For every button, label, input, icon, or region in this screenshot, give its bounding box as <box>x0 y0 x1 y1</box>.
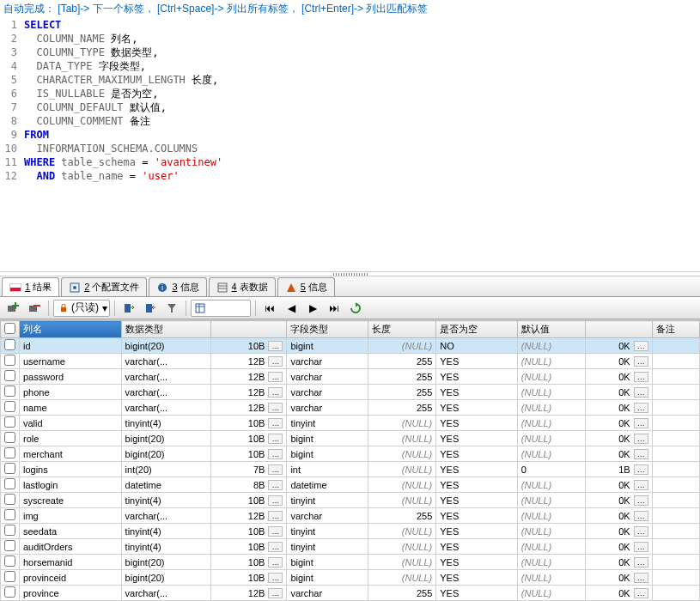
tab-1[interactable]: 1 结果 <box>2 277 59 296</box>
cell-defbtn[interactable]: 0K… <box>586 385 653 400</box>
cell-dtype[interactable]: varchar(... <box>121 369 210 385</box>
cell-note[interactable] <box>652 524 699 539</box>
cell-default[interactable]: (NULL) <box>517 354 585 369</box>
cell-ftype[interactable]: varchar <box>287 508 368 524</box>
filter-button[interactable] <box>162 300 181 317</box>
default-picker-button[interactable]: … <box>634 372 648 382</box>
cell-ftype[interactable]: int <box>287 462 368 477</box>
cell-default[interactable]: (NULL) <box>517 416 585 431</box>
size-picker-button[interactable]: … <box>268 464 283 475</box>
cell-nullable[interactable]: YES <box>436 354 518 369</box>
cell-ftype[interactable]: tinyint <box>287 539 368 555</box>
size-picker-button[interactable]: … <box>268 511 283 521</box>
cell-nullable[interactable]: YES <box>436 508 518 524</box>
cell-size[interactable]: 12B… <box>210 385 286 400</box>
cell-default[interactable]: (NULL) <box>517 338 585 354</box>
cell-size[interactable]: 8B… <box>210 477 286 493</box>
row-checkbox[interactable] <box>4 339 15 350</box>
cell-len[interactable]: (NULL) <box>368 570 435 586</box>
insert-row-button[interactable] <box>3 300 22 317</box>
col-header[interactable]: 列名 <box>20 321 122 338</box>
cell-defbtn[interactable]: 1B… <box>586 462 653 477</box>
size-picker-button[interactable]: … <box>268 387 283 398</box>
col-header[interactable]: 数据类型 <box>121 321 210 338</box>
cell-dtype[interactable]: tinyint(4) <box>121 493 210 508</box>
cell-default[interactable]: (NULL) <box>517 431 585 446</box>
cell-name[interactable]: role <box>20 431 122 446</box>
first-page-button[interactable]: ⏮ <box>260 300 279 317</box>
default-picker-button[interactable]: … <box>634 449 648 459</box>
table-row[interactable]: provinceidbigint(20)10B…bigint(NULL)YES(… <box>1 570 700 586</box>
cell-name[interactable]: valid <box>20 416 122 431</box>
cell-ftype[interactable]: bigint <box>287 555 368 570</box>
col-header[interactable]: 是否为空 <box>436 321 518 338</box>
cell-default[interactable]: (NULL) <box>517 446 585 462</box>
cell-note[interactable] <box>652 338 699 354</box>
goto-row-input[interactable] <box>191 300 251 317</box>
cell-len[interactable]: (NULL) <box>368 446 435 462</box>
cell-len[interactable]: (NULL) <box>368 416 435 431</box>
cell-defbtn[interactable]: 0K… <box>586 400 653 416</box>
cell-default[interactable]: 0 <box>517 462 585 477</box>
row-checkbox[interactable] <box>4 478 15 489</box>
cell-defbtn[interactable]: 0K… <box>586 338 653 354</box>
table-row[interactable]: provincevarchar(...12B…varchar255YES(NUL… <box>1 586 700 601</box>
row-checkbox[interactable] <box>4 494 15 505</box>
table-row[interactable]: passwordvarchar(...12B…varchar255YES(NUL… <box>1 369 700 385</box>
cell-len[interactable]: 255 <box>368 400 435 416</box>
size-picker-button[interactable]: … <box>268 557 283 568</box>
row-checkbox[interactable] <box>4 525 15 536</box>
select-all-checkbox[interactable] <box>4 323 15 334</box>
cell-name[interactable]: lastlogin <box>20 477 122 493</box>
size-picker-button[interactable]: … <box>268 495 283 506</box>
cell-nullable[interactable]: YES <box>436 400 518 416</box>
table-row[interactable]: lastlogindatetime8B…datetime(NULL)YES(NU… <box>1 477 700 493</box>
cell-nullable[interactable]: YES <box>436 416 518 431</box>
cell-ftype[interactable]: bigint <box>287 570 368 586</box>
default-picker-button[interactable]: … <box>634 526 648 537</box>
cell-dtype[interactable]: datetime <box>121 477 210 493</box>
cell-note[interactable] <box>652 400 699 416</box>
tab-2[interactable]: 2 个配置文件 <box>61 277 147 296</box>
default-picker-button[interactable]: … <box>634 542 648 552</box>
cell-note[interactable] <box>652 369 699 385</box>
col-header[interactable]: 字段类型 <box>287 321 368 338</box>
cell-dtype[interactable]: int(20) <box>121 462 210 477</box>
cell-nullable[interactable]: YES <box>436 493 518 508</box>
cell-dtype[interactable]: varchar(... <box>121 354 210 369</box>
cell-dtype[interactable]: tinyint(4) <box>121 416 210 431</box>
size-picker-button[interactable]: … <box>268 418 283 428</box>
cell-ftype[interactable]: varchar <box>287 400 368 416</box>
cell-defbtn[interactable]: 0K… <box>586 570 653 586</box>
cell-name[interactable]: merchant <box>20 446 122 462</box>
default-picker-button[interactable]: … <box>634 495 648 506</box>
row-checkbox[interactable] <box>4 401 15 412</box>
cell-nullable[interactable]: YES <box>436 539 518 555</box>
cell-len[interactable]: (NULL) <box>368 462 435 477</box>
table-row[interactable]: auditOrderstinyint(4)10B…tinyint(NULL)YE… <box>1 539 700 555</box>
cell-len[interactable]: (NULL) <box>368 338 435 354</box>
cell-nullable[interactable]: YES <box>436 477 518 493</box>
cell-dtype[interactable]: tinyint(4) <box>121 524 210 539</box>
table-row[interactable]: usernamevarchar(...12B…varchar255YES(NUL… <box>1 354 700 369</box>
cell-len[interactable]: 255 <box>368 354 435 369</box>
size-picker-button[interactable]: … <box>268 372 283 382</box>
cell-nullable[interactable]: YES <box>436 555 518 570</box>
cell-defbtn[interactable]: 0K… <box>586 431 653 446</box>
cell-note[interactable] <box>652 354 699 369</box>
row-checkbox[interactable] <box>4 555 15 567</box>
row-checkbox[interactable] <box>4 540 15 551</box>
row-checkbox[interactable] <box>4 571 15 582</box>
row-checkbox[interactable] <box>4 432 15 443</box>
cell-len[interactable]: (NULL) <box>368 539 435 555</box>
cell-nullable[interactable]: YES <box>436 431 518 446</box>
table-row[interactable]: imgvarchar(...12B…varchar255YES(NULL)0K… <box>1 508 700 524</box>
cell-default[interactable]: (NULL) <box>517 400 585 416</box>
size-picker-button[interactable]: … <box>268 403 283 413</box>
col-header[interactable]: 长度 <box>368 321 435 338</box>
row-checkbox[interactable] <box>4 447 15 458</box>
default-picker-button[interactable]: … <box>634 511 648 521</box>
cell-note[interactable] <box>652 586 699 601</box>
size-picker-button[interactable]: … <box>268 449 283 459</box>
cell-len[interactable]: (NULL) <box>368 493 435 508</box>
